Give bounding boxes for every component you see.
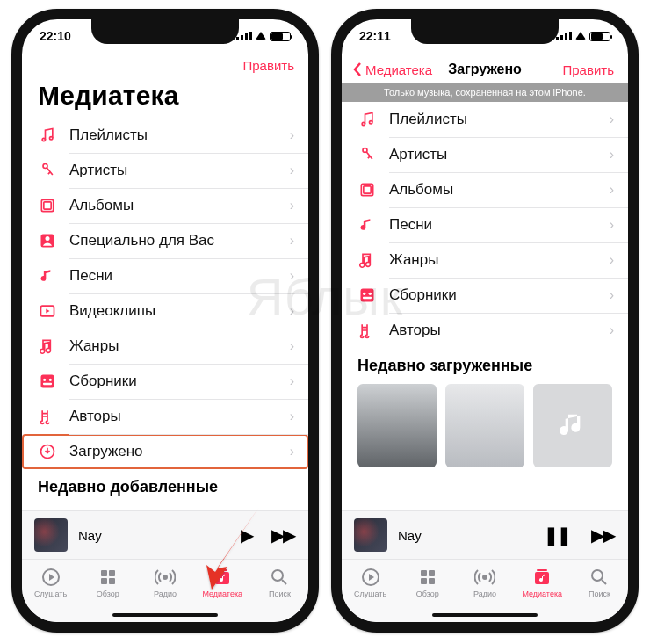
svg-point-0: [42, 138, 45, 141]
svg-rect-33: [429, 570, 435, 576]
chevron-right-icon: ›: [610, 182, 614, 198]
row-label: Альбомы: [69, 197, 278, 214]
back-button[interactable]: Медиатека: [352, 62, 432, 77]
chevron-right-icon: ›: [610, 112, 614, 127]
row-albums[interactable]: Альбомы ›: [22, 188, 308, 223]
album-tile[interactable]: [358, 384, 437, 467]
chevron-right-icon: ›: [610, 252, 614, 268]
chevron-right-icon: ›: [290, 127, 294, 143]
svg-point-21: [272, 570, 283, 581]
composer-icon: [358, 322, 377, 339]
library-icon: [212, 567, 233, 588]
album-tile[interactable]: [533, 384, 612, 467]
pause-button[interactable]: ❚❚: [544, 525, 570, 546]
row-composers[interactable]: Авторы ›: [342, 313, 628, 348]
album-tile[interactable]: [445, 384, 524, 467]
mini-player[interactable]: Nay ▶ ▶▶: [22, 510, 308, 559]
row-playlists[interactable]: Плейлисты ›: [342, 102, 628, 137]
search-icon: [269, 567, 290, 588]
svg-point-1: [50, 137, 53, 140]
genre-icon: [358, 251, 377, 269]
chevron-right-icon: ›: [290, 444, 294, 459]
row-label: Альбомы: [389, 181, 597, 199]
download-icon: [38, 443, 57, 460]
row-playlists[interactable]: Плейлисты ›: [22, 118, 308, 153]
svg-point-18: [163, 575, 167, 579]
search-icon: [589, 567, 610, 588]
forward-button[interactable]: ▶▶: [591, 525, 614, 546]
row-genres[interactable]: Жанры ›: [342, 242, 628, 278]
svg-rect-14: [101, 570, 107, 576]
page-title: Медиатека: [22, 77, 308, 118]
album-grid: [342, 380, 628, 476]
chevron-right-icon: ›: [610, 217, 614, 233]
svg-point-6: [46, 236, 50, 241]
svg-point-28: [363, 293, 365, 295]
battery-icon: [270, 32, 291, 41]
tab-label: Поиск: [269, 590, 291, 598]
svg-point-39: [592, 570, 603, 581]
recently-downloaded-title: Недавно загруженные: [342, 348, 628, 380]
row-albums[interactable]: Альбомы ›: [342, 172, 628, 207]
svg-point-9: [43, 379, 46, 381]
double-note-icon: [533, 384, 612, 467]
svg-rect-4: [44, 202, 51, 209]
row-videos[interactable]: Видеоклипы ›: [22, 293, 308, 329]
library-icon: [531, 567, 552, 588]
row-genres[interactable]: Жанры ›: [22, 329, 308, 364]
svg-rect-17: [109, 578, 115, 584]
tab-listen[interactable]: Слушать: [22, 560, 79, 622]
row-artists[interactable]: Артисты ›: [342, 137, 628, 172]
album-icon: [358, 181, 377, 199]
svg-rect-8: [41, 375, 54, 388]
tab-label: Радио: [154, 590, 177, 598]
row-label: Сборники: [69, 373, 278, 390]
genre-icon: [38, 337, 57, 355]
row-compilations[interactable]: Сборники ›: [22, 364, 308, 399]
chevron-right-icon: ›: [290, 409, 294, 424]
edit-button[interactable]: Править: [243, 58, 295, 73]
row-artists[interactable]: Артисты ›: [22, 153, 308, 188]
row-label: Специально для Вас: [69, 232, 278, 250]
row-composers[interactable]: Авторы ›: [22, 399, 308, 434]
tab-listen[interactable]: Слушать: [342, 560, 399, 622]
wifi-icon: [256, 32, 266, 40]
row-label: Загружено: [69, 443, 278, 460]
row-foryou[interactable]: Специально для Вас ›: [22, 223, 308, 258]
tab-label: Слушать: [354, 590, 386, 598]
row-compilations[interactable]: Сборники ›: [342, 278, 628, 313]
notch: [91, 19, 239, 44]
chevron-right-icon: ›: [290, 198, 294, 213]
home-indicator: [112, 613, 218, 617]
chevron-right-icon: ›: [290, 303, 294, 319]
chevron-right-icon: ›: [290, 373, 294, 389]
svg-rect-15: [109, 570, 115, 576]
tab-label: Обзор: [97, 590, 119, 598]
mini-player[interactable]: Nay ❚❚ ▶▶: [342, 510, 628, 559]
back-label: Медиатека: [365, 62, 432, 77]
edit-button[interactable]: Править: [563, 62, 615, 77]
svg-rect-27: [361, 289, 374, 302]
phone-right: 22:11 Медиатека Загружено Править Только…: [331, 9, 639, 633]
forward-button[interactable]: ▶▶: [271, 525, 294, 546]
home-indicator: [432, 613, 538, 617]
row-songs[interactable]: Песни ›: [22, 258, 308, 293]
tab-label: Радио: [473, 590, 496, 598]
row-downloaded[interactable]: Загружено ›: [22, 434, 308, 469]
row-label: Плейлисты: [389, 111, 597, 128]
tab-label: Слушать: [34, 590, 67, 598]
radio-icon: [155, 567, 176, 588]
chevron-right-icon: ›: [290, 163, 294, 178]
svg-rect-20: [217, 569, 228, 571]
signal-icon: [236, 32, 252, 40]
status-time: 22:10: [40, 29, 71, 43]
row-label: Плейлисты: [69, 127, 278, 144]
chevron-right-icon: ›: [610, 147, 614, 163]
play-button[interactable]: ▶: [241, 525, 252, 546]
chevron-right-icon: ›: [610, 322, 614, 338]
tab-search[interactable]: Поиск: [251, 560, 308, 622]
chevron-right-icon: ›: [610, 287, 614, 303]
row-label: Сборники: [389, 286, 597, 304]
tab-search[interactable]: Поиск: [571, 560, 628, 622]
row-songs[interactable]: Песни ›: [342, 207, 628, 242]
